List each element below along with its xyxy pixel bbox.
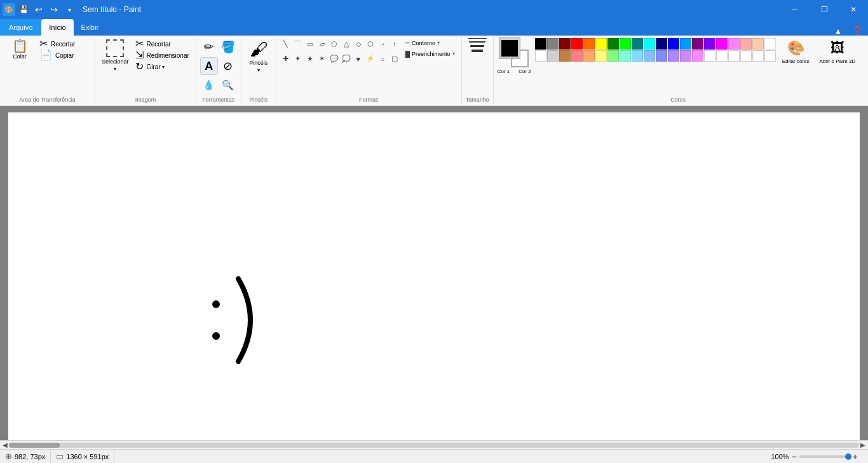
canvas-scroll-area[interactable] bbox=[0, 106, 868, 440]
open-paint3d-button[interactable]: 🖼 Abrir o Paint 3D bbox=[815, 38, 858, 66]
cp2-13[interactable] bbox=[680, 50, 691, 62]
tab-view[interactable]: Exibir bbox=[74, 19, 107, 36]
cp-red[interactable] bbox=[571, 38, 583, 50]
paste-button[interactable]: 📋 Colar bbox=[4, 38, 36, 61]
qat-dropdown[interactable]: ▾ bbox=[62, 3, 76, 16]
cp-pink[interactable] bbox=[728, 38, 740, 50]
cp-peach[interactable] bbox=[752, 38, 764, 50]
zoom-out-button[interactable]: − bbox=[792, 452, 797, 462]
pencil-button[interactable]: ✏ bbox=[200, 38, 218, 56]
ribbon-collapse[interactable]: ▲ bbox=[829, 27, 847, 36]
qat-undo[interactable]: ↩ bbox=[32, 3, 46, 16]
eraser-button[interactable]: ⊘ bbox=[219, 57, 237, 75]
close-button[interactable]: ✕ bbox=[839, 3, 868, 17]
shape-diamond[interactable]: ◇ bbox=[353, 38, 364, 50]
cp2-16[interactable] bbox=[716, 50, 728, 62]
shape-rounded-rect[interactable]: ▢ bbox=[389, 53, 400, 65]
scroll-left-arrow[interactable]: ◀ bbox=[1, 441, 9, 448]
qat-save[interactable]: 💾 bbox=[17, 3, 31, 16]
zoom-slider[interactable] bbox=[799, 455, 850, 458]
cp-blue[interactable] bbox=[668, 38, 679, 50]
edit-colors-button[interactable]: 🎨 Editar cores bbox=[778, 38, 813, 66]
select-button[interactable]: Selecionar ▾ bbox=[99, 38, 132, 73]
cp2-20[interactable] bbox=[764, 50, 776, 62]
picker-button[interactable]: 💧 bbox=[200, 76, 218, 94]
scroll-right-arrow[interactable]: ▶ bbox=[859, 441, 867, 448]
horizontal-scrollbar[interactable]: ◀ ▶ bbox=[0, 440, 868, 449]
cp2-8[interactable] bbox=[620, 50, 631, 62]
tab-home[interactable]: Início bbox=[41, 19, 73, 36]
cp2-19[interactable] bbox=[752, 50, 764, 62]
color1-box[interactable] bbox=[499, 38, 520, 58]
minimize-button[interactable]: ─ bbox=[780, 3, 810, 17]
shape-heart[interactable]: ♥ bbox=[353, 53, 364, 65]
size-selector[interactable] bbox=[468, 38, 487, 52]
cp2-15[interactable] bbox=[704, 50, 715, 62]
shape-parallelogram[interactable]: ▱ bbox=[316, 38, 328, 50]
cp-magenta[interactable] bbox=[716, 38, 728, 50]
tab-file[interactable]: Arquivo bbox=[0, 19, 41, 36]
cp2-2[interactable] bbox=[547, 50, 559, 62]
text-button[interactable]: A bbox=[200, 57, 218, 75]
canvas[interactable] bbox=[8, 112, 860, 440]
cp2-5[interactable] bbox=[583, 50, 595, 62]
cp2-17[interactable] bbox=[728, 50, 740, 62]
outline-button[interactable]: ─ Contorno ▾ bbox=[403, 38, 458, 48]
cp-green[interactable] bbox=[620, 38, 631, 50]
cp2-6[interactable] bbox=[595, 50, 607, 62]
shape-callout[interactable]: 💬 bbox=[329, 53, 340, 65]
cp-lightpink[interactable] bbox=[740, 38, 752, 50]
shape-arrow-up[interactable]: ↑ bbox=[389, 38, 400, 50]
shape-triangle[interactable]: △ bbox=[341, 38, 352, 50]
shape-rect[interactable]: ▭ bbox=[304, 38, 316, 50]
scroll-track[interactable] bbox=[9, 443, 859, 448]
cp-teal[interactable] bbox=[632, 38, 643, 50]
rotate-button[interactable]: ↻ Girar ▾ bbox=[133, 61, 192, 72]
shape-curve[interactable]: ⌒ bbox=[292, 38, 304, 50]
cp2-12[interactable] bbox=[668, 50, 679, 62]
crop-button[interactable]: ✂ Recortar bbox=[133, 38, 192, 50]
qat-redo[interactable]: ↪ bbox=[47, 3, 61, 16]
cp-darkgreen[interactable] bbox=[607, 38, 619, 50]
fill-button[interactable]: ▓ Preenchimento ▾ bbox=[403, 49, 458, 58]
cp-navyblue[interactable] bbox=[656, 38, 667, 50]
fill-button[interactable]: 🪣 bbox=[219, 38, 237, 56]
shape-arrow-4way[interactable]: ✚ bbox=[280, 53, 292, 65]
cp2-10[interactable] bbox=[644, 50, 655, 62]
cp-gray[interactable] bbox=[547, 38, 559, 50]
shape-star4[interactable]: ✦ bbox=[292, 53, 304, 65]
shape-callout2[interactable]: 💭 bbox=[341, 53, 352, 65]
resize-button[interactable]: ⇲ Redimensionar bbox=[133, 50, 192, 61]
cp2-9[interactable] bbox=[632, 50, 643, 62]
shape-star5[interactable]: ★ bbox=[304, 53, 316, 65]
maximize-button[interactable]: ❐ bbox=[810, 3, 839, 17]
shape-line[interactable]: ╲ bbox=[280, 38, 292, 50]
shape-hexagon[interactable]: ⬡ bbox=[365, 38, 376, 50]
cp2-18[interactable] bbox=[740, 50, 752, 62]
zoom-tool-button[interactable]: 🔍 bbox=[219, 76, 237, 94]
copy-button[interactable]: 📄 Copiar bbox=[37, 50, 91, 61]
shape-oval[interactable]: ○ bbox=[377, 53, 388, 65]
cp2-4[interactable] bbox=[571, 50, 583, 62]
cp2-7[interactable] bbox=[607, 50, 619, 62]
cp-lightblue[interactable] bbox=[680, 38, 691, 50]
cp-darkred[interactable] bbox=[559, 38, 571, 50]
cut-button[interactable]: ✂ Recortar bbox=[37, 38, 91, 50]
cp2-1[interactable] bbox=[535, 50, 546, 62]
scroll-thumb[interactable] bbox=[9, 443, 60, 448]
brushes-button[interactable]: 🖌 Pincéis ▾ bbox=[245, 38, 271, 76]
cp-orange[interactable] bbox=[583, 38, 595, 50]
shape-pentagon[interactable]: ⬠ bbox=[329, 38, 340, 50]
cp2-3[interactable] bbox=[559, 50, 571, 62]
cp-purple[interactable] bbox=[692, 38, 703, 50]
cp2-11[interactable] bbox=[656, 50, 667, 62]
shape-lightning[interactable]: ⚡ bbox=[365, 53, 376, 65]
cp-black[interactable] bbox=[535, 38, 546, 50]
help-button[interactable]: ❓ bbox=[847, 25, 868, 36]
cp-violet[interactable] bbox=[704, 38, 715, 50]
cp-cyan[interactable] bbox=[644, 38, 655, 50]
zoom-in-button[interactable]: + bbox=[853, 452, 858, 462]
shape-star6[interactable]: ✶ bbox=[316, 53, 328, 65]
cp-white[interactable] bbox=[764, 38, 776, 50]
shape-arrow-right[interactable]: → bbox=[377, 38, 388, 50]
